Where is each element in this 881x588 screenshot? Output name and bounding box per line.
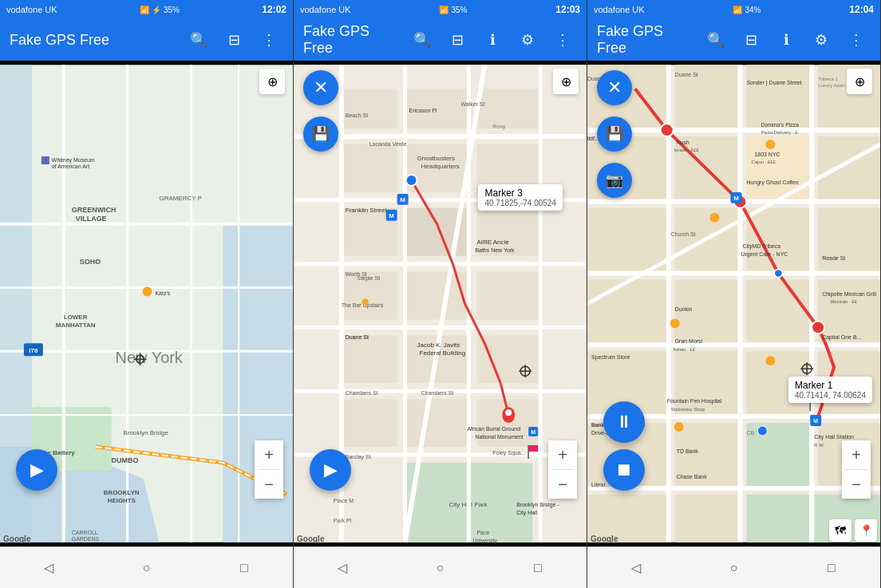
recents-btn-1[interactable]: □: [228, 552, 260, 584]
svg-point-93: [362, 299, 369, 306]
recents-btn-3[interactable]: □: [816, 552, 847, 584]
home-btn-1[interactable]: ○: [130, 552, 162, 584]
fab-stop-3[interactable]: ⏹: [603, 449, 645, 491]
layers-button-3[interactable]: ⊟: [737, 26, 765, 54]
search-button-2[interactable]: 🔍: [408, 26, 437, 54]
save-route-button-3[interactable]: 💾: [597, 116, 632, 152]
svg-text:Brooklyn Bridge: Brooklyn Bridge: [124, 429, 169, 436]
svg-text:Duane St: Duane St: [346, 334, 369, 340]
svg-text:Beach St: Beach St: [346, 112, 368, 118]
home-btn-2[interactable]: ○: [424, 552, 456, 584]
svg-text:M: M: [400, 196, 405, 203]
svg-point-163: [710, 213, 720, 223]
back-btn-2[interactable]: ◁: [326, 552, 358, 584]
search-button-3[interactable]: 🔍: [701, 26, 730, 54]
more-button-1[interactable]: ⋮: [255, 26, 283, 54]
svg-text:Church St: Church St: [671, 231, 696, 237]
location-button-2[interactable]: ⊕: [553, 69, 579, 94]
google-logo-2: Google: [297, 535, 324, 543]
layers-button-2[interactable]: ⊟: [443, 26, 472, 54]
svg-point-107: [505, 409, 512, 416]
camera-button-3[interactable]: 📷: [597, 163, 632, 198]
zoom-controls-1: + −: [255, 440, 283, 499]
save-route-button-2[interactable]: 💾: [303, 116, 338, 152]
svg-text:Katz's: Katz's: [155, 290, 170, 296]
svg-text:Whitney Museum: Whitney Museum: [52, 157, 95, 164]
location-button-3[interactable]: ⊕: [847, 69, 872, 94]
zoom-out-1[interactable]: −: [255, 470, 283, 499]
fab-play-1[interactable]: ▶: [16, 449, 57, 491]
zoom-out-2[interactable]: −: [548, 470, 577, 499]
status-bar-1: vodafone UK 📶 ⚡ 35% 12:02: [0, 0, 293, 19]
home-btn-3[interactable]: ○: [717, 552, 749, 584]
svg-point-166: [674, 422, 684, 432]
recents-btn-2[interactable]: □: [522, 552, 554, 584]
svg-point-30: [143, 287, 152, 297]
svg-text:New York: New York: [116, 349, 183, 366]
svg-text:Hungry Ghost Coffee: Hungry Ghost Coffee: [746, 180, 798, 186]
more-button-3[interactable]: ⋮: [842, 26, 871, 54]
settings-button-2[interactable]: ⚙: [513, 26, 542, 54]
svg-text:Foley Squa...: Foley Squa...: [492, 450, 525, 456]
settings-button-3[interactable]: ⚙: [807, 26, 836, 54]
svg-rect-128: [818, 208, 880, 272]
phone-panel-2: vodafone UK 📶 35% 12:03 Fake GPS Free 🔍 …: [294, 0, 587, 588]
maps-icon[interactable]: 📍: [855, 519, 877, 542]
back-btn-1[interactable]: ◁: [33, 552, 65, 584]
back-btn-3[interactable]: ◁: [620, 552, 652, 584]
zoom-in-3[interactable]: +: [842, 440, 871, 469]
app-title-1: Fake GPS Free: [10, 32, 178, 49]
fab-play-2[interactable]: ▶: [310, 449, 351, 491]
svg-text:1803 NYC: 1803 NYC: [754, 152, 780, 157]
svg-point-154: [661, 124, 674, 136]
svg-rect-26: [41, 156, 49, 164]
info-button-3[interactable]: ℹ: [772, 26, 800, 54]
close-route-button-3[interactable]: ✕: [597, 70, 632, 105]
marker-tooltip-1: Marker 1 40.71414, 74.00624: [788, 377, 872, 403]
svg-text:City Hall: City Hall: [516, 510, 537, 516]
svg-text:GARDENS: GARDENS: [72, 536, 100, 542]
map-area-2[interactable]: City Hall Park M Beach St Ericsson Pl Lo…: [294, 61, 587, 547]
svg-text:GRAMERCY P: GRAMERCY P: [159, 195, 201, 202]
svg-text:M: M: [733, 195, 739, 202]
svg-text:Ghostbusters: Ghostbusters: [417, 155, 455, 162]
zoom-out-3[interactable]: −: [842, 470, 871, 499]
marker-tooltip-3: Marker 3 40.71825,-74.00524: [478, 184, 563, 211]
svg-text:Baths New York: Baths New York: [475, 247, 515, 253]
svg-point-156: [812, 321, 824, 333]
location-button-1[interactable]: ⊕: [259, 69, 285, 94]
svg-text:Luxury Apart...: Luxury Apart...: [818, 83, 849, 88]
zoom-controls-3: + −: [842, 440, 871, 499]
map-area-3[interactable]: M M Sonder | Duane Street Tribeca 1 Luxu…: [587, 61, 880, 547]
svg-text:Barclay St: Barclay St: [346, 454, 371, 460]
marker-3-label: Marker 3: [484, 187, 556, 199]
svg-text:VILLAGE: VILLAGE: [76, 215, 107, 223]
svg-rect-39: [342, 89, 397, 128]
layers-button-1[interactable]: ⊟: [219, 26, 248, 54]
map-area-1[interactable]: I78 GREENWICH VILLAGE SOHO LOWER MANHATT…: [0, 61, 293, 547]
fab-pause-3[interactable]: ⏸: [603, 401, 645, 443]
time-3: 12:04: [849, 4, 874, 15]
svg-text:Chambers St: Chambers St: [421, 390, 454, 396]
search-button-1[interactable]: 🔍: [184, 26, 213, 54]
svg-text:Chase Bank: Chase Bank: [677, 474, 707, 479]
close-route-button-2[interactable]: ✕: [303, 70, 338, 105]
zoom-in-2[interactable]: +: [548, 440, 577, 469]
zoom-in-1[interactable]: +: [255, 440, 283, 469]
status-icons-3: 📶 34%: [733, 6, 761, 14]
svg-text:Mexican · ££: Mexican · ££: [830, 299, 858, 304]
battery-1: 35%: [164, 6, 180, 14]
svg-text:National Monument: National Monument: [475, 434, 523, 440]
info-button-2[interactable]: ℹ: [478, 26, 507, 54]
svg-text:Italian · ££: Italian · ££: [674, 347, 696, 352]
battery-2: 35%: [451, 6, 467, 14]
more-button-2[interactable]: ⋮: [548, 26, 577, 54]
satellite-icon[interactable]: 🗺: [829, 519, 851, 542]
svg-text:Place M: Place M: [334, 498, 354, 503]
svg-rect-53: [476, 335, 540, 383]
marker-1-label: Marker 1: [795, 380, 866, 391]
svg-text:SOHO: SOHO: [80, 258, 101, 266]
svg-text:M: M: [813, 418, 818, 424]
svg-rect-131: [746, 280, 810, 344]
svg-text:HEIGHTS: HEIGHTS: [108, 497, 136, 504]
